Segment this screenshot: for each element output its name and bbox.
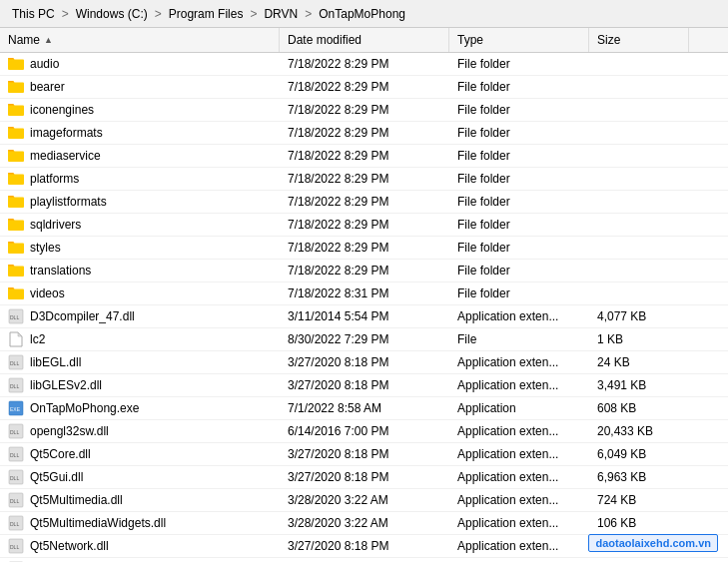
- folder-icon: [8, 56, 24, 72]
- breadcrumb-program-files[interactable]: Program Files: [165, 5, 248, 23]
- svg-text:DLL: DLL: [10, 383, 19, 389]
- file-type: File folder: [449, 283, 589, 303]
- table-row[interactable]: playlistformats 7/18/2022 8:29 PM File f…: [0, 191, 728, 214]
- file-name-text: opengl32sw.dll: [30, 424, 109, 438]
- table-row[interactable]: translations 7/18/2022 8:29 PM File fold…: [0, 260, 728, 282]
- file-type: File folder: [449, 146, 589, 166]
- file-date: 7/18/2022 8:29 PM: [280, 215, 449, 235]
- file-name-text: platforms: [30, 172, 79, 186]
- file-date: 3/27/2020 8:18 PM: [280, 444, 449, 464]
- table-row[interactable]: videos 7/18/2022 8:31 PM File folder: [0, 282, 728, 305]
- sort-arrow-icon: ▲: [44, 35, 53, 45]
- exe-icon: EXE: [8, 400, 24, 416]
- file-name-cell: DLL Qt5Gui.dll: [0, 466, 280, 488]
- svg-text:EXE: EXE: [10, 406, 21, 412]
- file-name-cell: translations: [0, 260, 280, 281]
- table-row[interactable]: DLL Qt5Core.dll 3/27/2020 8:18 PM Applic…: [0, 443, 728, 466]
- table-row[interactable]: sqldrivers 7/18/2022 8:29 PM File folder: [0, 214, 728, 237]
- breadcrumb-sep-1: >: [155, 7, 162, 21]
- file-date: 3/28/2020 3:22 AM: [280, 513, 449, 533]
- file-name-cell: platforms: [0, 168, 280, 190]
- file-name-cell: mediaservice: [0, 145, 280, 167]
- table-row[interactable]: audio 7/18/2022 8:29 PM File folder: [0, 53, 728, 76]
- folder-icon: [8, 194, 24, 210]
- folder-icon: [8, 102, 24, 118]
- file-size: [589, 153, 689, 159]
- breadcrumb-windows[interactable]: Windows (C:): [72, 5, 152, 23]
- table-row[interactable]: styles 7/18/2022 8:29 PM File folder: [0, 237, 728, 260]
- table-row[interactable]: DLL D3Dcompiler_47.dll 3/11/2014 5:54 PM…: [0, 305, 728, 328]
- breadcrumb-this-pc[interactable]: This PC: [8, 5, 59, 23]
- table-row[interactable]: imageformats 7/18/2022 8:29 PM File fold…: [0, 122, 728, 145]
- file-name-cell: DLL Qt5MultimediaWidgets.dll: [0, 512, 280, 534]
- file-size: [589, 130, 689, 136]
- dll-icon: DLL: [8, 308, 24, 324]
- file-name-cell: videos: [0, 282, 280, 304]
- file-name-text: libEGL.dll: [30, 355, 81, 369]
- file-name-text: bearer: [30, 80, 65, 94]
- col-header-size[interactable]: Size: [589, 28, 689, 52]
- folder-icon: [8, 285, 24, 301]
- table-row[interactable]: bearer 7/18/2022 8:29 PM File folder: [0, 76, 728, 99]
- file-size: 20,433 KB: [589, 421, 689, 441]
- breadcrumb-ontapmophong[interactable]: OnTapMoPhong: [315, 5, 409, 23]
- file-type: Application: [449, 398, 589, 418]
- table-row[interactable]: mediaservice 7/18/2022 8:29 PM File fold…: [0, 145, 728, 168]
- file-type: Application exten...: [449, 490, 589, 510]
- table-row[interactable]: lc2 8/30/2022 7:29 PM File 1 KB: [0, 328, 728, 351]
- file-size: [589, 245, 689, 251]
- svg-text:DLL: DLL: [10, 544, 19, 550]
- file-name-cell: DLL Qt5Core.dll: [0, 443, 280, 465]
- file-type: File folder: [449, 261, 589, 281]
- dll-icon: DLL: [8, 515, 24, 531]
- dll-icon: DLL: [8, 469, 24, 485]
- svg-text:DLL: DLL: [10, 360, 19, 366]
- file-name-text: D3Dcompiler_47.dll: [30, 309, 135, 323]
- file-date: 3/27/2020 8:18 PM: [280, 536, 449, 556]
- col-header-name[interactable]: Name ▲: [0, 28, 280, 52]
- dll-icon: DLL: [8, 446, 24, 462]
- file-list[interactable]: audio 7/18/2022 8:29 PM File folder bear…: [0, 53, 728, 562]
- file-name-text: Qt5Multimedia.dll: [30, 493, 123, 507]
- file-date: 7/18/2022 8:29 PM: [280, 169, 449, 189]
- file-type: Application exten...: [449, 513, 589, 533]
- breadcrumb-sep-2: >: [250, 7, 257, 21]
- table-row[interactable]: DLL libGLESv2.dll 3/27/2020 8:18 PM Appl…: [0, 374, 728, 397]
- table-row[interactable]: DLL opengl32sw.dll 6/14/2016 7:00 PM App…: [0, 420, 728, 443]
- file-type: File folder: [449, 238, 589, 258]
- breadcrumb-bar: This PC > Windows (C:) > Program Files >…: [0, 0, 728, 28]
- svg-text:DLL: DLL: [10, 521, 19, 527]
- table-row[interactable]: DLL Qt5Gui.dll 3/27/2020 8:18 PM Applica…: [0, 466, 728, 489]
- file-date: 7/18/2022 8:29 PM: [280, 123, 449, 143]
- file-explorer: Name ▲ Date modified Type Size audio 7/1…: [0, 28, 728, 562]
- file-name-text: audio: [30, 57, 59, 71]
- file-name-text: Qt5MultimediaWidgets.dll: [30, 516, 166, 530]
- table-row[interactable]: platforms 7/18/2022 8:29 PM File folder: [0, 168, 728, 191]
- folder-icon: [8, 263, 24, 279]
- table-row[interactable]: DLL Qt5MultimediaWidgets.dll 3/28/2020 3…: [0, 512, 728, 535]
- table-row[interactable]: DLL Qt5Multimedia.dll 3/28/2020 3:22 AM …: [0, 489, 728, 512]
- file-name-cell: DLL opengl32sw.dll: [0, 420, 280, 442]
- table-row[interactable]: iconengines 7/18/2022 8:29 PM File folde…: [0, 99, 728, 122]
- file-name-text: Qt5Gui.dll: [30, 470, 83, 484]
- file-name-cell: iconengines: [0, 99, 280, 121]
- file-name-cell: DLL libGLESv2.dll: [0, 374, 280, 396]
- col-header-type[interactable]: Type: [449, 28, 589, 52]
- breadcrumb-drvn[interactable]: DRVN: [260, 5, 302, 23]
- table-row[interactable]: DLL libEGL.dll 3/27/2020 8:18 PM Applica…: [0, 351, 728, 374]
- file-size: [589, 61, 689, 67]
- col-header-date[interactable]: Date modified: [280, 28, 449, 52]
- table-row[interactable]: EXE OnTapMoPhong.exe 7/1/2022 8:58 AM Ap…: [0, 397, 728, 420]
- file-size: 1 KB: [589, 329, 689, 349]
- file-date: 6/14/2016 7:00 PM: [280, 421, 449, 441]
- file-date: 3/27/2020 8:18 PM: [280, 375, 449, 395]
- dll-icon: DLL: [8, 377, 24, 393]
- file-type: File folder: [449, 192, 589, 212]
- file-name-text: mediaservice: [30, 149, 101, 163]
- file-type: File: [449, 329, 589, 349]
- file-name-text: Qt5Core.dll: [30, 447, 91, 461]
- file-name-cell: styles: [0, 237, 280, 259]
- file-name-cell: sqldrivers: [0, 214, 280, 236]
- svg-text:DLL: DLL: [10, 452, 19, 458]
- table-row[interactable]: DLL Qt5OpenGL.dll 3/27/2020 8:18 PM Appl…: [0, 558, 728, 562]
